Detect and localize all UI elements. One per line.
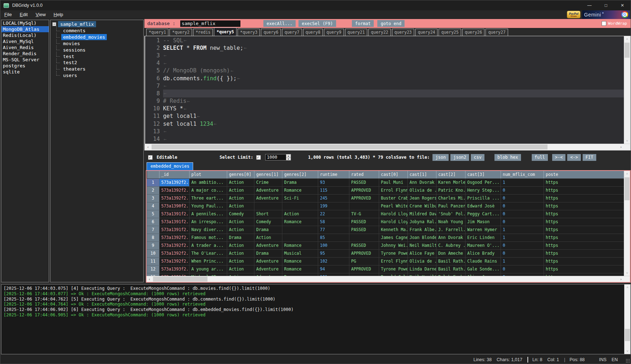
grid-cell[interactable]: Young Paul...	[190, 202, 227, 210]
grid-cell[interactable]: 94	[318, 265, 349, 273]
tree-root-row[interactable]: − sample_mflix	[52, 21, 143, 28]
grid-cell[interactable]: Neil Hamilton	[408, 241, 436, 249]
grid-cell[interactable]: Ralph Forbes	[436, 273, 465, 276]
grid-cell[interactable]: Tyrone Power	[379, 265, 408, 273]
grid-cell[interactable]: A major co...	[190, 186, 227, 194]
query-tab[interactable]: *query3	[238, 29, 260, 36]
column-header[interactable]: plot	[190, 171, 227, 178]
grid-cell[interactable]: Alice Brady	[465, 249, 501, 257]
grid-cell[interactable]: Action	[254, 234, 282, 241]
grid-cell[interactable]: Maureen O'...	[465, 241, 501, 249]
grid-cell[interactable]: 245	[318, 194, 349, 202]
save-json-button[interactable]: json	[432, 154, 449, 161]
grid-cell[interactable]: https	[544, 178, 624, 186]
menu-item-edit[interactable]: Edit	[16, 10, 32, 19]
scroll-left-icon[interactable]: ‹	[147, 276, 152, 282]
editable-checkbox[interactable]	[148, 155, 153, 160]
query-tab[interactable]: query24	[415, 29, 438, 36]
grid-cell[interactable]: Alice Faye	[408, 249, 436, 257]
wordwrap-checkbox[interactable]	[602, 21, 606, 26]
grid-cell[interactable]: https	[544, 186, 624, 194]
grid-cell[interactable]: https	[544, 210, 624, 218]
row-number[interactable]: 1	[147, 178, 159, 186]
tree-item-label[interactable]: movies	[61, 40, 82, 47]
grid-cell[interactable]: 573a1391f2...	[159, 273, 190, 276]
column-header[interactable]: num_mflix_com	[501, 171, 544, 178]
size-button-[interactable]: <->	[567, 154, 581, 161]
menu-item-help[interactable]: Help	[50, 10, 67, 19]
grid-cell[interactable]: 0	[501, 265, 544, 273]
grid-cell[interactable]: Harold Lloyd	[379, 210, 408, 218]
grid-cell[interactable]: Action	[227, 202, 254, 210]
grid-cell[interactable]: 0	[501, 202, 544, 210]
grid-cell[interactable]: 'Snub' Pol...	[436, 210, 465, 218]
grid-cell[interactable]: Pearl White	[379, 202, 408, 210]
grid-cell[interactable]: Drama	[227, 234, 254, 241]
scroll-up-icon[interactable]: ˄	[624, 171, 630, 177]
grid-cell[interactable]: A penniles...	[190, 210, 227, 218]
scroll-down-icon[interactable]: ˅	[625, 348, 630, 354]
column-header[interactable]: cast[3]	[465, 171, 501, 178]
connection-item[interactable]: Aiven_MySql	[1, 38, 49, 44]
query-tab[interactable]: *query2	[169, 29, 192, 36]
grid-cell[interactable]: A trader a...	[190, 241, 227, 249]
grid-cell[interactable]: https	[544, 234, 624, 241]
grid-cell[interactable]: Drama	[282, 273, 318, 276]
grid-cell[interactable]: 0	[501, 249, 544, 257]
grid-cell[interactable]: https	[544, 249, 624, 257]
grid-vertical-scrollbar[interactable]: ˄ ˅	[624, 171, 630, 276]
grid-cell[interactable]: Michael "B...	[190, 273, 227, 276]
grid-cell[interactable]: Adventure	[254, 273, 282, 276]
grid-cell[interactable]: https	[544, 194, 624, 202]
scroll-up-icon[interactable]: ˄	[625, 284, 630, 290]
grid-cell[interactable]: Jobyna Ral...	[408, 218, 436, 226]
grid-cell[interactable]: 1	[501, 178, 544, 186]
query-tab[interactable]: query25	[439, 29, 461, 36]
query-tab[interactable]: query9	[324, 29, 344, 36]
grid-cell[interactable]: https	[544, 265, 624, 273]
scroll-thumb[interactable]	[625, 177, 630, 200]
grid-cell[interactable]: Action	[227, 218, 254, 226]
spinner-up-icon[interactable]: ▲	[286, 154, 291, 158]
grid-cell[interactable]	[254, 202, 282, 210]
grid-cell[interactable]: Crane Wilbur	[408, 202, 436, 210]
wordwrap-toggle[interactable]: WordWrap	[602, 21, 627, 26]
grid-cell[interactable]	[282, 226, 318, 234]
grid-cell[interactable]: 573a1391f2...	[159, 226, 190, 234]
grid-cell[interactable]: Drama	[254, 226, 282, 234]
query-tab[interactable]: query8	[303, 29, 323, 36]
minimize-button[interactable]: —	[581, 0, 598, 10]
close-button[interactable]: ✕	[614, 0, 631, 10]
size-button-fit[interactable]: FIT	[583, 154, 596, 161]
grid-cell[interactable]: Kenneth Ma...	[379, 226, 408, 234]
tree-item-label[interactable]: comments	[61, 28, 87, 34]
tree-item-label[interactable]: users	[61, 72, 79, 78]
grid-cell[interactable]: Ann Dvorak	[436, 234, 465, 241]
grid-cell[interactable]: Action	[227, 178, 254, 186]
blob-hex-button[interactable]: blob hex	[494, 154, 521, 161]
editor-text-area[interactable]: 1-- SQL←2SELECT * FROM new_table;←3←4←5/…	[145, 36, 624, 144]
grid-cell[interactable]: James Cagney	[379, 234, 408, 241]
connection-item[interactable]: MS-SQL Server	[1, 57, 49, 63]
grid-cell[interactable]: APPROVED	[349, 265, 379, 273]
query-tab[interactable]: *redis	[193, 29, 213, 36]
row-number[interactable]: 7	[147, 226, 159, 234]
scroll-left-icon[interactable]: ‹	[145, 144, 151, 150]
grid-cell[interactable]: Harold Lloyd	[379, 218, 408, 226]
grid-cell[interactable]: Henry Step...	[465, 186, 501, 194]
grid-cell[interactable]: 0	[501, 210, 544, 218]
column-header[interactable]: genres[1]	[254, 171, 282, 178]
grid-cell[interactable]	[349, 273, 379, 276]
connection-item[interactable]: postgres	[1, 63, 49, 69]
grid-cell[interactable]: PASSED	[349, 218, 379, 226]
grid-cell[interactable]: Three eart...	[190, 194, 227, 202]
grid-cell[interactable]: Romance	[282, 241, 318, 249]
execall-button[interactable]: execAll...	[263, 20, 296, 27]
format-button[interactable]: format	[352, 20, 374, 27]
resize-grip[interactable]	[626, 359, 630, 363]
grid-cell[interactable]: Karen Morley	[436, 178, 465, 186]
connection-item[interactable]: Render_Redis	[1, 51, 49, 57]
grid-cell[interactable]: When Princ...	[190, 257, 227, 265]
gemini-banner[interactable]: Gemini ✦ G	[582, 10, 630, 19]
grid-cell[interactable]: Famous mot...	[190, 234, 227, 241]
